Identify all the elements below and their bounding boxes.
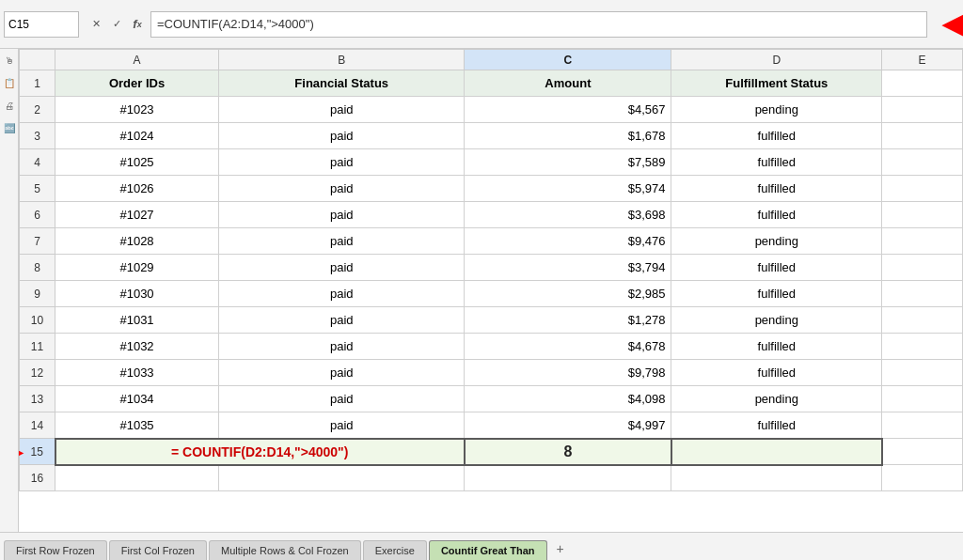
cell-e14[interactable] (882, 412, 963, 439)
cell-d3[interactable]: fulfilled (671, 123, 882, 149)
col-header-a[interactable]: A (55, 50, 219, 70)
cell-e1[interactable] (882, 70, 963, 97)
cell-c7[interactable]: $9,476 (465, 228, 671, 255)
cell-a13[interactable]: #1034 (55, 386, 219, 412)
cell-a3[interactable]: #1024 (55, 123, 219, 149)
cell-b13[interactable]: paid (219, 386, 465, 412)
cell-e7[interactable] (882, 228, 963, 255)
cell-e11[interactable] (882, 334, 963, 360)
tab-multiple-frozen[interactable]: Multiple Rows & Col Frozen (209, 540, 361, 560)
cell-a8[interactable]: #1029 (55, 255, 219, 281)
name-box[interactable]: C15 (4, 11, 79, 38)
cell-e3[interactable] (882, 123, 963, 149)
cell-a14[interactable]: #1035 (55, 412, 219, 439)
cell-c8[interactable]: $3,794 (465, 255, 671, 281)
cell-e10[interactable] (882, 307, 963, 334)
tab-first-row-frozen[interactable]: First Row Frozen (4, 540, 107, 560)
cell-c4[interactable]: $7,589 (465, 149, 671, 176)
cell-b3[interactable]: paid (219, 123, 465, 149)
cell-b8[interactable]: paid (219, 255, 465, 281)
col-header-e[interactable]: E (882, 50, 963, 70)
cell-e9[interactable] (882, 281, 963, 307)
cell-b7[interactable]: paid (219, 228, 465, 255)
cell-d2[interactable]: pending (671, 97, 882, 123)
cell-b11[interactable]: paid (219, 334, 465, 360)
toolbar-icon-1: 🖱 (2, 53, 17, 68)
table-row: 14#1035paid$4,997fulfilled (20, 412, 963, 439)
cell-d12[interactable]: fulfilled (671, 360, 882, 386)
cell-c16[interactable] (465, 465, 671, 491)
cell-c9[interactable]: $2,985 (465, 281, 671, 307)
cell-a11[interactable]: #1032 (55, 334, 219, 360)
cell-e4[interactable] (882, 149, 963, 176)
cell-formula-15[interactable]: ► = COUNTIF(D2:D14,">4000") (55, 439, 465, 465)
cell-b2[interactable]: paid (219, 97, 465, 123)
cell-c14[interactable]: $4,997 (465, 412, 671, 439)
cell-a7[interactable]: #1028 (55, 228, 219, 255)
cell-a12[interactable]: #1033 (55, 360, 219, 386)
cell-e16[interactable] (882, 465, 963, 491)
cell-e15[interactable] (882, 439, 963, 465)
cell-a4[interactable]: #1025 (55, 149, 219, 176)
cell-d15[interactable] (671, 439, 882, 465)
col-header-b[interactable]: B (219, 50, 465, 70)
cell-b12[interactable]: paid (219, 360, 465, 386)
cancel-icon[interactable]: ✕ (87, 15, 105, 34)
cell-b14[interactable]: paid (219, 412, 465, 439)
cell-c3[interactable]: $1,678 (465, 123, 671, 149)
cell-d5[interactable]: fulfilled (671, 176, 882, 202)
cell-e2[interactable] (882, 97, 963, 123)
table-row: 3#1024paid$1,678fulfilled (20, 123, 963, 149)
cell-c11[interactable]: $4,678 (465, 334, 671, 360)
cell-b10[interactable]: paid (219, 307, 465, 334)
tab-countif[interactable]: Countif Great Than (429, 540, 547, 560)
cell-d8[interactable]: fulfilled (671, 255, 882, 281)
fx-icon[interactable]: fx (128, 15, 147, 34)
cell-a2[interactable]: #1023 (55, 97, 219, 123)
cell-c13[interactable]: $4,098 (465, 386, 671, 412)
cell-c10[interactable]: $1,278 (465, 307, 671, 334)
cell-c5[interactable]: $5,974 (465, 176, 671, 202)
cell-d6[interactable]: fulfilled (671, 202, 882, 228)
add-sheet-button[interactable]: + (549, 537, 572, 560)
cell-c1[interactable]: Amount (465, 70, 671, 97)
cell-a10[interactable]: #1031 (55, 307, 219, 334)
cell-d7[interactable]: pending (671, 228, 882, 255)
cell-d4[interactable]: fulfilled (671, 149, 882, 176)
cell-b9[interactable]: paid (219, 281, 465, 307)
formula-bar[interactable]: =COUNTIF(A2:D14,">4000") (150, 11, 927, 38)
cell-d1[interactable]: Fulfillment Status (671, 70, 882, 97)
cell-b6[interactable]: paid (219, 202, 465, 228)
cell-d9[interactable]: fulfilled (671, 281, 882, 307)
cell-d16[interactable] (671, 465, 882, 491)
cell-a16[interactable] (55, 465, 219, 491)
cell-a5[interactable]: #1026 (55, 176, 219, 202)
cell-a1[interactable]: Order IDs (55, 70, 219, 97)
cell-b16[interactable] (219, 465, 465, 491)
cell-a6[interactable]: #1027 (55, 202, 219, 228)
cell-e6[interactable] (882, 202, 963, 228)
cell-c2[interactable]: $4,567 (465, 97, 671, 123)
cell-d11[interactable]: fulfilled (671, 334, 882, 360)
cell-e8[interactable] (882, 255, 963, 281)
cell-b5[interactable]: paid (219, 176, 465, 202)
table-row: 9#1030paid$2,985fulfilled (20, 281, 963, 307)
cell-d14[interactable]: fulfilled (671, 412, 882, 439)
tab-exercise[interactable]: Exercise (363, 540, 427, 560)
cell-c15[interactable]: 8 (465, 439, 671, 465)
cell-e13[interactable] (882, 386, 963, 412)
col-header-c[interactable]: C (465, 50, 671, 70)
cell-d10[interactable]: pending (671, 307, 882, 334)
col-header-d[interactable]: D (671, 50, 882, 70)
table-row: 2#1023paid$4,567pending (20, 97, 963, 123)
cell-b1[interactable]: Financial Status (219, 70, 465, 97)
tab-first-col-frozen[interactable]: First Col Frozen (109, 540, 207, 560)
cell-e5[interactable] (882, 176, 963, 202)
cell-d13[interactable]: pending (671, 386, 882, 412)
cell-c12[interactable]: $9,798 (465, 360, 671, 386)
cell-c6[interactable]: $3,698 (465, 202, 671, 228)
cell-b4[interactable]: paid (219, 149, 465, 176)
cell-a9[interactable]: #1030 (55, 281, 219, 307)
cell-e12[interactable] (882, 360, 963, 386)
confirm-icon[interactable]: ✓ (107, 15, 126, 34)
